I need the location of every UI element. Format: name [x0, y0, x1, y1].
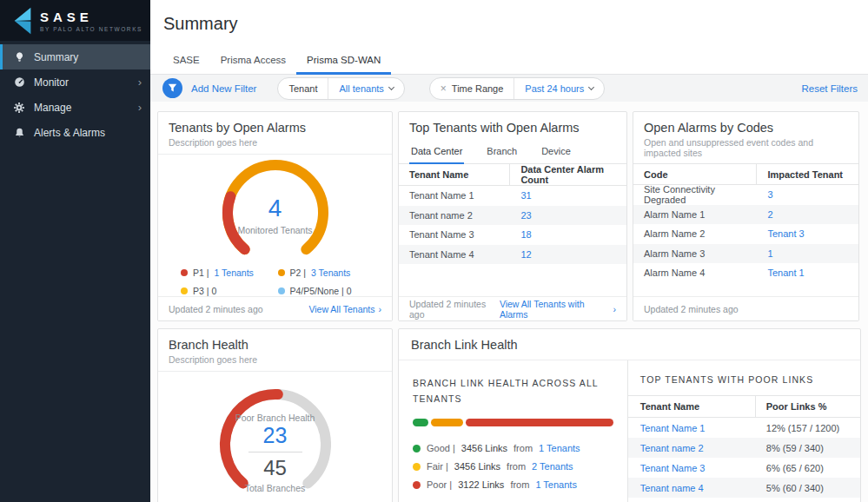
table-row[interactable]: Site Connectivity Degraded 3 — [633, 185, 858, 205]
sidebar-item-monitor[interactable]: Monitor › — [0, 69, 150, 95]
table-row[interactable]: Alarm Name 2 Tenant 3 — [633, 224, 858, 244]
updated-timestamp: Updated 2 minutes ago — [409, 299, 500, 320]
table-row[interactable]: Tenant Name 3 18 — [399, 225, 626, 245]
reset-filters-link[interactable]: Reset Filters — [801, 83, 858, 94]
view-all-tenants-link[interactable]: View All Tenants › — [308, 304, 381, 314]
time-range-filter-value-dropdown[interactable]: Past 24 hours — [514, 78, 604, 99]
impacted-tenant-link[interactable]: 1 — [757, 248, 858, 259]
alarm-scope-tabs: Data Center Branch Device — [399, 142, 626, 164]
alarm-count-link[interactable]: 18 — [510, 229, 626, 240]
table-row[interactable]: Tenant name 4 5% (60 / 340) — [628, 478, 860, 498]
tab-branch[interactable]: Branch — [485, 142, 519, 164]
legend-item-p1: P1 | 1 Tenants — [181, 268, 278, 278]
legend-dot — [181, 287, 188, 294]
card-description: Description goes here — [169, 354, 381, 365]
tab-prisma-access[interactable]: Prisma Access — [210, 55, 296, 75]
alarm-count-link[interactable]: 23 — [510, 210, 626, 221]
tenant-link[interactable]: Tenant name 2 — [628, 443, 756, 453]
good-tenants-link[interactable]: 1 Tenants — [539, 443, 580, 453]
tab-data-center[interactable]: Data Center — [409, 142, 464, 164]
sidebar-item-label: Summary — [34, 51, 78, 63]
chevron-right-icon: › — [613, 304, 617, 314]
chevron-right-icon: › — [379, 304, 382, 314]
impacted-tenant-link[interactable]: 3 — [757, 189, 858, 200]
impacted-tenant-link[interactable]: Tenant 1 — [757, 268, 858, 278]
funnel-icon — [168, 83, 177, 93]
impacted-tenant-link[interactable]: Tenant 3 — [757, 228, 858, 239]
close-icon[interactable]: × — [441, 83, 447, 95]
tenant-filter-value-dropdown[interactable]: All tenants — [328, 78, 403, 99]
tenant-filter-name[interactable]: Tenant — [278, 78, 328, 99]
lightbulb-icon — [13, 51, 25, 63]
legend-dot — [278, 287, 285, 294]
tenant-link[interactable]: Tenant Name 1 — [628, 423, 756, 433]
gauge-icon — [13, 76, 25, 89]
legend-dot — [413, 463, 421, 471]
table-row[interactable]: Tenant name 2 23 — [399, 206, 626, 226]
card-title: Branch Health — [169, 338, 381, 352]
legend-dot — [181, 269, 188, 276]
sidebar-item-summary[interactable]: Summary — [0, 44, 150, 69]
impacted-tenant-link[interactable]: 2 — [757, 209, 858, 220]
time-range-filter-pill: × Time Range Past 24 hours — [429, 77, 605, 100]
sidebar-item-label: Manage — [34, 102, 71, 114]
alarm-count-link[interactable]: 31 — [510, 190, 626, 201]
filter-button[interactable] — [162, 78, 182, 98]
table-header: Code Impacted Tenant — [633, 163, 858, 185]
chevron-right-icon: › — [138, 76, 142, 89]
add-new-filter-link[interactable]: Add New Filter — [191, 83, 256, 94]
chevron-down-icon — [388, 83, 394, 89]
fair-tenants-link[interactable]: 2 Tenants — [532, 461, 573, 472]
tenant-link[interactable]: Tenant Name 3 — [628, 463, 756, 473]
table-header: Tenant Name Data Center Alarm Count — [399, 164, 626, 186]
logo-title: SASE — [40, 10, 142, 24]
card-top-tenants-open-alarms: Top Tenants with Open Alarms Data Center… — [398, 111, 627, 321]
tenant-filter-pill: Tenant All tenants — [277, 77, 404, 100]
sidebar-item-label: Alerts & Alarms — [34, 127, 105, 139]
tab-prisma-sdwan[interactable]: Prisma SD-WAN — [296, 55, 391, 75]
view-all-tenants-with-alarms-link[interactable]: View All Tenants with Alarms › — [500, 299, 616, 320]
legend-item-fair: Fair | 3456 Links from 2 Tenants — [413, 461, 613, 472]
table-header: Tenant Name Poor Links % — [628, 395, 860, 418]
legend-item-poor: Poor | 3122 Links from 1 Tenants — [413, 479, 613, 490]
logo-subtitle: BY PALO ALTO NETWORKS — [40, 26, 142, 32]
table-row[interactable]: Tenant Name 4 12 — [399, 245, 626, 265]
card-description: Open and unsuppressed event codes and im… — [644, 137, 848, 158]
sase-logo: SASE BY PALO ALTO NETWORKS — [0, 0, 150, 41]
sidebar-item-alerts-alarms[interactable]: Alerts & Alarms — [0, 120, 150, 145]
table-row[interactable]: Alarm Name 1 2 — [633, 205, 858, 225]
prisma-logo-icon — [13, 6, 32, 36]
filter-bar: Add New Filter Tenant All tenants × Time… — [150, 75, 868, 102]
tenant-link[interactable]: Tenant name 4 — [628, 483, 756, 493]
tenants-gauge: 4 Monitored Tenants — [158, 158, 392, 264]
p1-tenants-link[interactable]: 1 Tenants — [215, 268, 254, 278]
gear-icon — [13, 102, 25, 114]
table-row[interactable]: Tenant Name 1 12% (157 / 1200) — [628, 418, 860, 438]
legend-item-p4: P4/P5/None | 0 — [278, 286, 375, 296]
main-area: Summary SASE Prisma Access Prisma SD-WAN… — [150, 0, 868, 502]
table-row[interactable]: Tenant Name 3 6% (65 / 620) — [628, 458, 860, 478]
table-row[interactable]: Tenant name 2 8% (59 / 340) — [628, 438, 860, 458]
time-range-filter-name[interactable]: × Time Range — [430, 78, 514, 99]
legend-dot — [413, 445, 421, 452]
sidebar-item-manage[interactable]: Manage › — [0, 95, 150, 120]
card-description: Description goes here — [169, 137, 381, 148]
section-heading: TOP TENANTS WITH POOR LINKS — [628, 374, 860, 385]
top-tabs: SASE Prisma Access Prisma SD-WAN — [150, 52, 868, 75]
updated-timestamp: Updated 2 minutes ago — [169, 304, 263, 314]
card-title: Tenants by Open Alarms — [169, 121, 381, 135]
poor-tenants-link[interactable]: 1 Tenants — [535, 479, 577, 490]
top-tenants-poor-links: TOP TENANTS WITH POOR LINKS Tenant Name … — [627, 360, 860, 502]
tab-device[interactable]: Device — [540, 142, 573, 164]
table-row[interactable]: Tenant Name 1 31 — [399, 186, 626, 206]
alarm-count-link[interactable]: 12 — [510, 249, 626, 260]
tab-sase[interactable]: SASE — [162, 55, 210, 75]
table-row[interactable]: Alarm Name 4 Tenant 1 — [633, 263, 858, 283]
card-title: Branch Link Health — [411, 338, 848, 352]
table-row[interactable]: Alarm Name 3 1 — [633, 244, 858, 264]
page-header: Summary — [150, 0, 868, 52]
bell-icon — [13, 127, 25, 139]
sidebar: SASE BY PALO ALTO NETWORKS Summary Monit… — [0, 0, 150, 502]
p2-tenants-link[interactable]: 3 Tenants — [311, 268, 350, 278]
card-title: Top Tenants with Open Alarms — [409, 121, 616, 135]
